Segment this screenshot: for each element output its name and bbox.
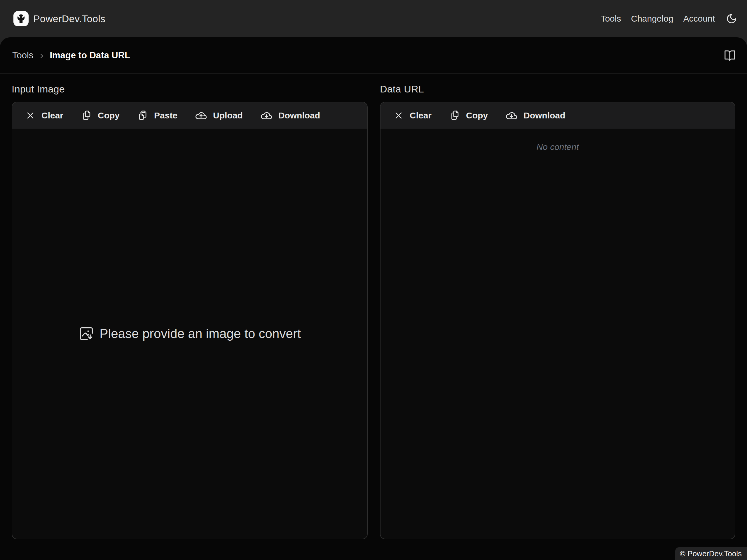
copyright-text: © PowerDev.Tools	[680, 549, 742, 558]
output-download-button[interactable]: Download	[497, 102, 574, 129]
input-copy-button[interactable]: Copy	[72, 102, 128, 129]
theme-toggle-button[interactable]	[726, 13, 737, 24]
input-image-panel: Clear Copy	[12, 102, 368, 539]
input-paste-button[interactable]: Paste	[128, 102, 186, 129]
button-label: Upload	[213, 110, 243, 121]
app-logo	[14, 11, 29, 26]
nav-changelog[interactable]: Changelog	[631, 14, 673, 24]
cloud-download-icon	[260, 109, 273, 122]
output-content-area: No content	[381, 129, 735, 539]
output-empty-message: No content	[536, 142, 578, 152]
book-open-icon	[723, 49, 737, 62]
copyright-badge: © PowerDev.Tools	[675, 547, 747, 560]
input-empty-state: Please provide an image to convert	[12, 129, 367, 539]
clipboard-paste-icon	[137, 110, 148, 121]
moon-icon	[726, 13, 737, 24]
input-dropzone[interactable]: Please provide an image to convert	[12, 129, 367, 539]
output-panel-title: Data URL	[380, 83, 735, 95]
button-label: Download	[278, 110, 320, 121]
input-download-button[interactable]: Download	[252, 102, 329, 129]
button-label: Clear	[410, 110, 432, 121]
button-label: Copy	[466, 110, 488, 121]
output-clear-button[interactable]: Clear	[385, 102, 440, 129]
input-panel-title: Input Image	[12, 83, 368, 95]
cloud-download-icon	[506, 109, 518, 122]
copy-pages-icon	[81, 110, 92, 121]
input-toolbar: Clear Copy	[12, 102, 367, 129]
data-url-panel: Clear Copy	[380, 102, 735, 539]
docs-button[interactable]	[723, 49, 737, 62]
output-toolbar: Clear Copy	[381, 102, 735, 129]
button-label: Paste	[154, 110, 177, 121]
cloud-upload-icon	[195, 109, 207, 122]
brand-name: PowerDev.Tools	[33, 13, 105, 25]
main-content: Tools Image to Data URL Input Image Data…	[0, 37, 747, 560]
breadcrumb: Tools Image to Data URL	[0, 37, 747, 74]
app-header: PowerDev.Tools Tools Changelog Account	[0, 0, 747, 37]
brand-link[interactable]: PowerDev.Tools	[14, 11, 105, 26]
wrench-icon	[16, 14, 26, 24]
chevron-right-icon	[38, 52, 46, 60]
breadcrumb-tools-link[interactable]: Tools	[12, 50, 33, 61]
input-clear-button[interactable]: Clear	[16, 102, 72, 129]
top-nav: Tools Changelog Account	[600, 13, 737, 24]
button-label: Clear	[42, 110, 63, 121]
x-icon	[25, 110, 35, 121]
input-empty-message: Please provide an image to convert	[100, 326, 301, 341]
output-copy-button[interactable]: Copy	[440, 102, 497, 129]
button-label: Download	[523, 110, 565, 121]
workspace: Input Image Data URL Clear	[0, 83, 747, 539]
input-upload-button[interactable]: Upload	[186, 102, 252, 129]
copy-pages-icon	[449, 110, 460, 121]
breadcrumb-current-page: Image to Data URL	[50, 50, 130, 61]
x-icon	[393, 110, 404, 121]
nav-tools[interactable]: Tools	[600, 14, 621, 24]
button-label: Copy	[98, 110, 120, 121]
image-down-icon	[78, 326, 94, 342]
nav-account[interactable]: Account	[684, 14, 715, 24]
